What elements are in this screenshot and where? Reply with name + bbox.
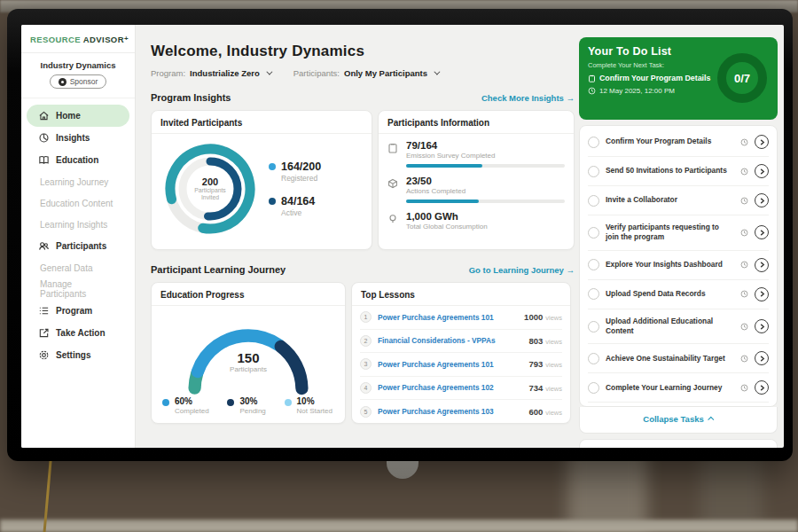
task-checkbox[interactable] — [588, 288, 599, 300]
logo-advisor: ADVISOR — [83, 35, 124, 44]
collapse-tasks-link[interactable]: Collapse Tasks — [588, 407, 769, 429]
clock-icon — [740, 355, 748, 363]
bulb-icon — [387, 211, 399, 231]
learning-journey-header: Participant Learning Journey Go to Learn… — [151, 264, 575, 275]
sidebar-item-label: Home — [56, 111, 81, 121]
participants-information-title: Participants Information — [379, 111, 574, 134]
lesson-rank: 2 — [360, 335, 372, 347]
program-insights-title: Program Insights — [151, 92, 231, 103]
task-explore-your-insights-dashboard[interactable]: Explore Your Insights Dashboard — [588, 251, 769, 280]
task-go-button[interactable] — [755, 380, 769, 395]
program-filter-label: Program: — [151, 68, 185, 78]
lesson-link[interactable]: Power Purchase Agreements 102 — [378, 383, 522, 392]
go-to-learning-journey-link[interactable]: Go to Learning Journey → — [469, 265, 575, 275]
clock-icon — [740, 261, 748, 269]
legend-item: 164/200 Registered — [269, 160, 321, 183]
task-go-button[interactable] — [755, 135, 769, 149]
lesson-row[interactable]: 3 Power Purchase Agreements 101 793views — [360, 353, 562, 377]
sidebar-item-take-action[interactable]: Take Action — [27, 322, 129, 344]
recent-news-card: Recent News — [579, 439, 778, 448]
lesson-link[interactable]: Power Purchase Agreements 101 — [378, 360, 522, 369]
todo-rail: Your To Do List Complete Your Next Task:… — [579, 37, 778, 448]
lesson-row[interactable]: 1 Power Purchase Agreements 101 1000view… — [360, 306, 562, 330]
chevron-down-icon — [266, 69, 272, 75]
sidebar-item-settings[interactable]: Settings — [27, 344, 129, 366]
lesson-link[interactable]: Power Purchase Agreements 101 — [378, 313, 518, 322]
sidebar-item-learning-journey[interactable]: Learning Journey — [27, 171, 129, 192]
main-content: Welcome, Industry Dynamics Program: Indu… — [136, 25, 579, 448]
task-checkbox[interactable] — [588, 227, 599, 239]
task-go-button[interactable] — [755, 258, 769, 272]
legend-dot — [269, 163, 276, 170]
clock-icon — [740, 138, 748, 146]
task-send-50-invitations-to-participants[interactable]: Send 50 Invitations to Participants — [588, 157, 769, 186]
invited-participants-title: Invited Participants — [152, 111, 372, 134]
task-upload-spend-data-records[interactable]: Upload Spend Data Records — [588, 280, 769, 309]
task-go-button[interactable] — [755, 225, 769, 239]
check-more-insights-link[interactable]: Check More Insights → — [481, 93, 575, 103]
chevron-up-icon — [708, 417, 714, 423]
stat-row: 23/50 Actions Completed — [387, 176, 565, 203]
task-checkbox[interactable] — [588, 259, 599, 270]
sidebar-item-label: Education — [56, 155, 98, 165]
logo-resource: RESOURCE — [30, 35, 81, 44]
take-action-icon — [38, 327, 50, 339]
todo-counter: 0/7 — [716, 51, 769, 105]
arrow-right-icon: → — [567, 265, 575, 275]
top-lessons-title: Top Lessons — [352, 283, 570, 306]
participants-filter[interactable]: Participants: Only My Participants — [293, 68, 438, 78]
lesson-link[interactable]: Power Purchase Agreements 103 — [378, 407, 522, 416]
sidebar-item-learning-insights[interactable]: Learning Insights — [27, 214, 129, 235]
task-achieve-one-sustainability-target[interactable]: Achieve One Sustainability Target — [588, 344, 769, 373]
task-go-button[interactable] — [755, 164, 769, 178]
task-checkbox[interactable] — [588, 166, 599, 177]
progress-bar — [406, 200, 565, 203]
program-insights-header: Program Insights Check More Insights → — [151, 92, 575, 103]
sponsor-badge[interactable]: Sponsor — [50, 74, 107, 89]
task-checkbox[interactable] — [588, 137, 599, 148]
legend-item: 10% Not Started — [285, 396, 332, 415]
task-label: Confirm Your Program Details — [606, 137, 734, 146]
lesson-row[interactable]: 5 Power Purchase Agreements 103 600views — [360, 400, 562, 424]
monitor-bezel: RESOURCE ADVISOR+ Industry Dynamics Spon… — [7, 9, 793, 461]
sidebar-item-manage-participants[interactable]: Manage Participants — [27, 278, 129, 300]
task-upload-additional-educational-content[interactable]: Upload Additional Educational Content — [588, 309, 769, 345]
logo-plus: + — [124, 35, 129, 43]
sidebar-item-education-content[interactable]: Education Content — [27, 192, 129, 214]
sidebar-item-program[interactable]: Program — [27, 300, 129, 322]
sidebar-item-home[interactable]: Home — [27, 105, 129, 127]
cube-icon — [387, 176, 399, 203]
task-go-button[interactable] — [755, 319, 769, 333]
invited-legend: 164/200 Registered 84/164 — [269, 160, 321, 217]
lesson-link[interactable]: Financial Considerations - VPPAs — [378, 336, 522, 345]
education-progress-title: Education Progress — [152, 283, 345, 306]
program-filter[interactable]: Program: Industrialize Zero — [151, 68, 270, 78]
app-screen: RESOURCE ADVISOR+ Industry Dynamics Spon… — [21, 25, 784, 448]
task-go-button[interactable] — [755, 287, 769, 301]
app-logo: RESOURCE ADVISOR+ — [21, 25, 135, 53]
org-block: Industry Dynamics Sponsor — [21, 53, 135, 98]
task-checkbox[interactable] — [588, 321, 599, 332]
gauge-center-value: 150 — [174, 350, 323, 365]
sidebar-item-education[interactable]: Education — [27, 149, 129, 171]
sidebar-menu: Home Insights Education — [21, 98, 135, 372]
sidebar-item-label: Participants — [56, 241, 106, 251]
task-checkbox[interactable] — [588, 195, 599, 207]
lesson-rank: 5 — [360, 406, 372, 418]
task-go-button[interactable] — [755, 351, 769, 365]
lesson-rank: 1 — [360, 311, 372, 323]
task-complete-your-learning-journey[interactable]: Complete Your Learning Journey — [588, 373, 769, 403]
task-label: Send 50 Invitations to Participants — [606, 166, 734, 176]
sidebar-item-participants[interactable]: Participants — [27, 235, 129, 257]
sidebar-item-insights[interactable]: Insights — [27, 127, 129, 149]
task-confirm-your-program-details[interactable]: Confirm Your Program Details — [588, 128, 769, 157]
legend-dot — [269, 198, 276, 205]
task-checkbox[interactable] — [588, 353, 599, 364]
task-verify-participants-requesting-to-join-the[interactable]: Verify participants requesting to join t… — [588, 215, 769, 251]
lesson-row[interactable]: 4 Power Purchase Agreements 102 734views — [360, 377, 562, 401]
task-checkbox[interactable] — [588, 382, 599, 394]
lesson-row[interactable]: 2 Financial Considerations - VPPAs 803vi… — [360, 330, 562, 354]
task-go-button[interactable] — [755, 193, 769, 207]
task-invite-a-collaborator[interactable]: Invite a Collaborator — [588, 186, 769, 215]
sidebar-item-general-data[interactable]: General Data — [27, 257, 129, 278]
